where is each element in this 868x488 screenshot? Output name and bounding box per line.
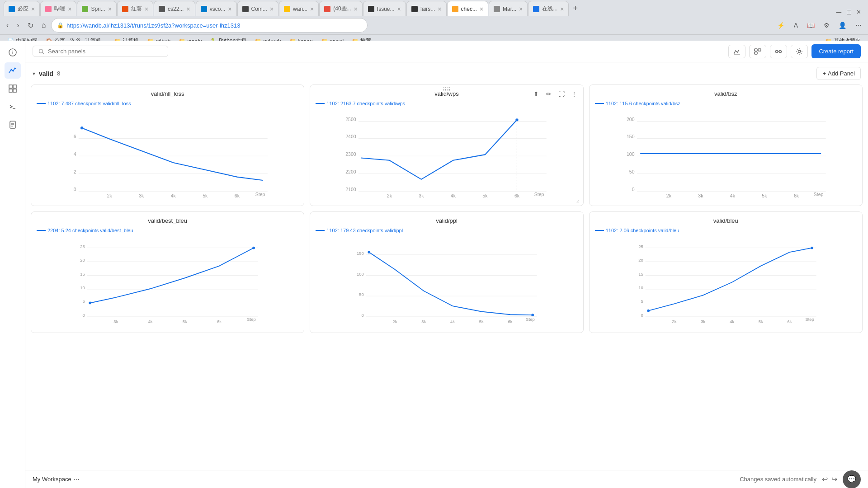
add-panel-label: Add Panel <box>828 70 855 77</box>
tab-springN[interactable]: Spri... × <box>77 1 117 16</box>
settings-button[interactable]: ⚙ <box>821 20 832 31</box>
tab-close-icon[interactable]: × <box>186 6 190 12</box>
create-report-button[interactable]: Create report <box>811 44 861 58</box>
translate-button[interactable]: A <box>791 20 801 31</box>
tab-close-icon[interactable]: × <box>397 6 401 12</box>
section-title: valid <box>39 70 53 77</box>
close-button[interactable]: × <box>857 8 861 16</box>
chart-wps: ⠿⠿ ⬆ ✏ ⛶ ⋮ valid/wps 1102: 2163.7 checkp… <box>310 84 583 206</box>
search-box[interactable] <box>33 46 168 57</box>
left-sidebar: i <box>0 41 25 488</box>
chart-ppl-title: valid/ppl <box>316 217 577 224</box>
tab-close-icon[interactable]: × <box>270 6 274 12</box>
chat-button[interactable]: 💬 <box>843 470 861 488</box>
maximize-button[interactable]: □ <box>847 8 851 16</box>
section-header: ▾ valid 8 + Add Panel <box>25 62 868 84</box>
extensions-button[interactable]: ⚡ <box>774 20 788 31</box>
split-button[interactable] <box>770 45 787 58</box>
svg-text:6k: 6k <box>508 319 513 324</box>
chart-ppl-area: 1102: 179.43 checkpoints valid/ppl 0 50 … <box>316 228 577 327</box>
svg-text:4k: 4k <box>730 193 736 198</box>
drag-handle[interactable]: ⠿⠿ <box>443 87 451 93</box>
svg-rect-18 <box>758 49 761 51</box>
tab-close-icon[interactable]: × <box>480 6 483 12</box>
tab-onlineN[interactable]: 在线... × <box>528 1 569 16</box>
svg-text:10: 10 <box>638 285 643 290</box>
undo-button[interactable]: ↩ <box>820 473 830 485</box>
charts-row-2: valid/best_bleu 2204: 5.24 checkpoints v… <box>31 211 863 333</box>
address-bar[interactable]: 🔒 https://wandb.ai/lhz1313/t/runs/1zs9sf… <box>51 18 368 33</box>
tab-compN[interactable]: Com... × <box>237 1 279 16</box>
svg-text:2k: 2k <box>393 319 397 324</box>
chart-bleu-title: valid/bleu <box>595 217 857 224</box>
tab-close-icon[interactable]: × <box>519 6 523 12</box>
tab-favicon <box>494 6 500 12</box>
back-button[interactable]: ‹ <box>4 19 11 31</box>
tab-close-icon[interactable]: × <box>438 6 441 12</box>
sidebar-icon-info[interactable]: i <box>5 44 21 61</box>
chart-bsz-title: valid/bsz <box>595 90 857 97</box>
tab-close-icon[interactable]: × <box>310 6 314 12</box>
tab-hongN[interactable]: 红薯 × <box>117 1 153 16</box>
reload-button[interactable]: ↻ <box>25 19 36 32</box>
tab-issueN[interactable]: Issue... × <box>363 1 406 16</box>
tab-close-icon[interactable]: × <box>145 6 148 12</box>
fullscreen-icon[interactable]: ⛶ <box>556 89 567 99</box>
svg-text:15: 15 <box>638 272 643 277</box>
smooth-button[interactable] <box>728 45 745 58</box>
svg-point-21 <box>779 50 782 52</box>
group-button[interactable] <box>749 45 766 58</box>
edit-icon[interactable]: ✏ <box>543 89 554 99</box>
redo-button[interactable]: ↪ <box>830 473 839 485</box>
svg-text:6k: 6k <box>217 319 222 324</box>
svg-text:5k: 5k <box>203 193 208 198</box>
svg-text:2500: 2500 <box>346 117 357 122</box>
svg-text:6k: 6k <box>235 193 240 198</box>
tab-biyingN[interactable]: 必应 × <box>4 1 40 16</box>
tab-favicon <box>122 6 128 12</box>
tab-markN[interactable]: Mar... × <box>489 1 528 16</box>
tab-close-icon[interactable]: × <box>228 6 231 12</box>
tab-vscoN[interactable]: vsco... × <box>196 1 237 16</box>
profile-button[interactable]: 👤 <box>836 20 849 31</box>
svg-text:2k: 2k <box>666 193 671 198</box>
more-icon[interactable]: ⋮ <box>569 89 580 99</box>
sidebar-icon-document[interactable] <box>5 117 21 133</box>
sidebar-icon-grid[interactable] <box>5 80 21 97</box>
tab-henhN[interactable]: 哔哩 × <box>40 1 76 16</box>
tab-cs22N[interactable]: cs22... × <box>154 1 195 16</box>
svg-rect-6 <box>13 85 16 88</box>
home-button[interactable]: ⌂ <box>39 19 49 31</box>
tab-close-icon[interactable]: × <box>560 6 564 12</box>
tab-40N[interactable]: (40些... × <box>319 1 363 16</box>
more-button[interactable]: ⋯ <box>853 20 864 31</box>
svg-text:4k: 4k <box>451 193 456 198</box>
search-input[interactable] <box>48 48 162 55</box>
tab-close-icon[interactable]: × <box>354 6 358 12</box>
workspace-menu-button[interactable]: ⋯ <box>71 475 81 484</box>
chart-best-bleu-title: valid/best_bleu <box>37 217 298 224</box>
svg-text:4k: 4k <box>171 193 176 198</box>
tab-checN[interactable]: chec... × <box>447 1 489 16</box>
resize-handle[interactable]: ⊿ <box>576 198 581 204</box>
svg-point-107 <box>368 251 371 253</box>
tab-close-icon[interactable]: × <box>31 6 35 12</box>
svg-text:i: i <box>12 50 13 55</box>
section-toggle[interactable]: ▾ <box>33 70 35 77</box>
sidebar-icon-charts[interactable] <box>5 62 21 79</box>
forward-button[interactable]: › <box>14 19 22 31</box>
reading-mode-button[interactable]: 📖 <box>804 20 817 31</box>
minimize-button[interactable]: ─ <box>836 8 841 16</box>
tab-close-icon[interactable]: × <box>108 6 112 12</box>
chart-wps-area: 1102: 2163.7 checkpoints valid/wps 2100 … <box>316 101 577 200</box>
sidebar-icon-terminal[interactable] <box>5 99 21 115</box>
tab-wandbN[interactable]: wan... × <box>279 1 319 16</box>
svg-text:0: 0 <box>74 187 76 192</box>
settings-panel-button[interactable] <box>791 45 808 58</box>
share-icon[interactable]: ⬆ <box>531 89 542 99</box>
new-tab-button[interactable]: + <box>569 2 581 15</box>
tab-close-icon[interactable]: × <box>68 6 71 12</box>
charts-row-1: valid/nll_loss 1102: 7.487 checkpoints v… <box>31 84 863 206</box>
add-panel-button[interactable]: + Add Panel <box>816 67 861 80</box>
tab-fairseqN[interactable]: fairs... × <box>406 1 447 16</box>
